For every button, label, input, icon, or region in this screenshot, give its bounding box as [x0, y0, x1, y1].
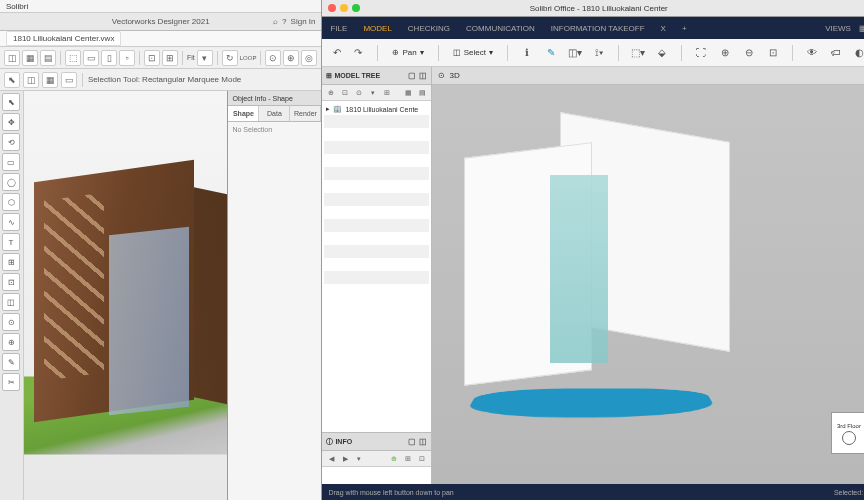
tree-tool-icon[interactable]: ⊙ — [353, 87, 365, 99]
hide-icon[interactable]: 👁 — [803, 44, 821, 62]
menu-information-takeoff[interactable]: INFORMATION TAKEOFF — [551, 24, 645, 33]
measure-icon[interactable]: ⟟▾ — [590, 44, 608, 62]
tool-button[interactable]: T — [2, 233, 20, 251]
loop-icon[interactable]: ↻ — [222, 50, 238, 66]
tag-icon[interactable]: 🏷 — [827, 44, 845, 62]
compass-icon[interactable] — [842, 431, 856, 445]
building-model-right — [452, 127, 742, 467]
zoom-in-icon[interactable]: ⊕ — [716, 44, 734, 62]
tool-icon[interactable]: ▦ — [42, 72, 58, 88]
tool-button[interactable]: ✂ — [2, 373, 20, 391]
undo-icon[interactable]: ↶ — [328, 44, 346, 62]
tree-tool-icon[interactable]: ▾ — [367, 87, 379, 99]
tool-button[interactable]: ▭ — [2, 153, 20, 171]
panel-icon[interactable]: ◫ — [419, 437, 427, 446]
isolate-icon[interactable]: ⬙ — [653, 44, 671, 62]
tool-icon[interactable]: ▦ — [22, 50, 38, 66]
vw-document-tab[interactable]: 1810 Liliuokalani Center.vwx — [0, 31, 321, 47]
tool-icon[interactable]: ◫ — [4, 50, 20, 66]
nav-back-icon[interactable]: ◀ — [325, 453, 337, 465]
zoom-out-icon[interactable]: ⊖ — [740, 44, 758, 62]
model-tree-content[interactable]: ▸ 🏢 1810 Liliuokalani Cente — [322, 101, 431, 432]
zoom-window-icon[interactable]: ⊡ — [764, 44, 782, 62]
tree-tool-icon[interactable]: ⊕ — [325, 87, 337, 99]
more-icon[interactable]: ◐ — [851, 44, 864, 62]
tool-button[interactable]: ⊡ — [2, 273, 20, 291]
menu-communication[interactable]: COMMUNICATION — [466, 24, 535, 33]
tool-icon[interactable]: ◎ — [301, 50, 317, 66]
cursor-icon[interactable]: ⬉ — [4, 72, 20, 88]
help-icon[interactable]: ? — [282, 17, 286, 26]
info-content — [322, 467, 431, 484]
layout-icon[interactable]: ▦ — [859, 24, 864, 33]
tool-button[interactable]: ✥ — [2, 113, 20, 131]
close-icon[interactable] — [328, 4, 336, 12]
chevron-down-icon: ▾ — [489, 48, 493, 57]
minimize-icon[interactable] — [340, 4, 348, 12]
info-tool-icon[interactable]: ⊞ — [402, 453, 414, 465]
tool-icon[interactable]: ▫ — [119, 50, 135, 66]
menu-file[interactable]: FILE — [330, 24, 347, 33]
solibri-3d-viewport[interactable]: ⊙ 3D 3rd Floor — [432, 67, 864, 484]
tree-row[interactable]: ▸ 🏢 1810 Liliuokalani Cente — [324, 103, 429, 115]
vw-menubar: Solibri — [0, 0, 321, 13]
tool-button[interactable]: ⊞ — [2, 253, 20, 271]
vw-titlebar: Vectorworks Designer 2021 ⌕ ? Sign In — [0, 13, 321, 31]
menu-model[interactable]: MODEL — [363, 24, 391, 33]
tool-icon[interactable]: ⊡ — [144, 50, 160, 66]
cube-icon: ◫ — [453, 48, 461, 57]
signin-link[interactable]: Sign In — [291, 17, 316, 26]
tool-button[interactable]: ⊕ — [2, 333, 20, 351]
tool-icon[interactable]: ▭ — [61, 72, 77, 88]
tab-shape[interactable]: Shape — [228, 106, 259, 121]
tab-render[interactable]: Render — [290, 106, 321, 121]
tab-data[interactable]: Data — [259, 106, 290, 121]
info-tool-icon[interactable]: ▾ — [353, 453, 365, 465]
menu-plus[interactable]: + — [682, 24, 687, 33]
tool-icon[interactable]: ▯ — [101, 50, 117, 66]
select-dropdown[interactable]: ◫ Select ▾ — [449, 46, 497, 59]
info-tool-icon[interactable]: ⊕ — [388, 453, 400, 465]
navigation-cube[interactable]: 3rd Floor — [831, 412, 864, 454]
redo-icon[interactable]: ↷ — [349, 44, 367, 62]
maximize-icon[interactable] — [352, 4, 360, 12]
menu-x[interactable]: X — [661, 24, 666, 33]
tool-button[interactable]: ⬡ — [2, 193, 20, 211]
tree-tool-icon[interactable]: ▤ — [416, 87, 428, 99]
tool-button[interactable]: ⬉ — [2, 93, 20, 111]
zoom-fit-icon[interactable]: ⛶ — [692, 44, 710, 62]
tree-tool-icon[interactable]: ⊡ — [339, 87, 351, 99]
tool-icon[interactable]: ⊙ — [265, 50, 281, 66]
markup-icon[interactable]: ✎ — [542, 44, 560, 62]
tree-tool-icon[interactable]: ⊞ — [381, 87, 393, 99]
vw-3d-viewport[interactable] — [24, 91, 227, 500]
tool-button[interactable]: ◫ — [2, 293, 20, 311]
tool-icon[interactable]: ▾ — [197, 50, 213, 66]
tool-button[interactable]: ◯ — [2, 173, 20, 191]
tool-button[interactable]: ✎ — [2, 353, 20, 371]
tool-icon[interactable]: ◫ — [23, 72, 39, 88]
loop-label: LOOP — [240, 55, 257, 61]
tool-icon[interactable]: ▤ — [40, 50, 56, 66]
tool-icon[interactable]: ⬚ — [65, 50, 81, 66]
info-icon[interactable]: ℹ — [518, 44, 536, 62]
search-icon[interactable]: ⌕ — [273, 17, 278, 26]
panel-icon[interactable]: ▢ — [408, 437, 416, 446]
tool-button[interactable]: ⟲ — [2, 133, 20, 151]
box-icon[interactable]: ⬚▾ — [629, 44, 647, 62]
panel-icon[interactable]: ▢ — [408, 71, 416, 80]
tool-icon[interactable]: ⊕ — [283, 50, 299, 66]
nav-fwd-icon[interactable]: ▶ — [339, 453, 351, 465]
tool-button[interactable]: ⊙ — [2, 313, 20, 331]
section-icon[interactable]: ◫▾ — [566, 44, 584, 62]
tree-tool-icon[interactable]: ▦ — [402, 87, 414, 99]
pan-dropdown[interactable]: ⊕ Pan ▾ — [388, 46, 427, 59]
tool-icon[interactable]: ▭ — [83, 50, 99, 66]
info-tool-icon[interactable]: ⊡ — [416, 453, 428, 465]
tool-button[interactable]: ∿ — [2, 213, 20, 231]
tool-icon[interactable]: ⊞ — [162, 50, 178, 66]
expand-icon[interactable]: ▸ — [326, 105, 330, 113]
views-label[interactable]: VIEWS — [825, 24, 851, 33]
menu-checking[interactable]: CHECKING — [408, 24, 450, 33]
panel-icon[interactable]: ◫ — [419, 71, 427, 80]
